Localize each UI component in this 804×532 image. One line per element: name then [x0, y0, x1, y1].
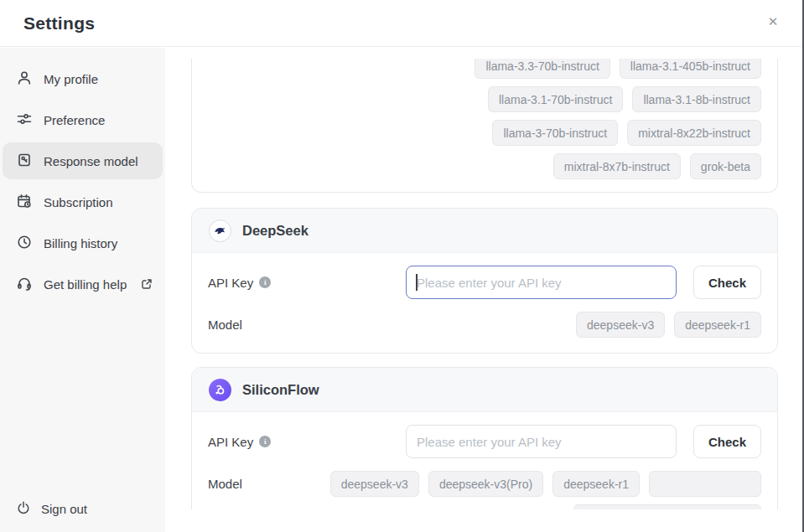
clock-icon: [16, 234, 33, 253]
provider-card-deepseek: DeepSeek API Key i Check: [191, 208, 778, 354]
model-chip[interactable]: deepseek-r1: [552, 471, 640, 497]
sign-out-button[interactable]: Sign out: [16, 497, 87, 520]
api-key-label: API Key: [208, 435, 253, 449]
provider-header: SiliconFlow: [192, 368, 777, 412]
provider-card-partial: llama-3.3-70b-instruct llama-3.1-405b-in…: [191, 59, 778, 193]
deepseek-logo-icon: [209, 220, 231, 242]
check-button[interactable]: Check: [693, 425, 761, 458]
api-key-input[interactable]: [406, 266, 677, 299]
sidebar-item-get-billing-help[interactable]: Get billing help: [3, 266, 163, 302]
provider-title: SiliconFlow: [242, 382, 319, 398]
sidebar-item-label: Subscription: [44, 195, 113, 209]
api-key-input-wrap: [406, 266, 677, 299]
model-label: Model: [208, 471, 242, 497]
provider-title: DeepSeek: [242, 223, 309, 239]
model-chip-partial[interactable]: [649, 471, 761, 497]
model-chip[interactable]: deepseek-v3: [576, 312, 665, 338]
model-chip[interactable]: deepseek-v3: [330, 471, 419, 497]
model-chip[interactable]: llama-3-70b-instruct: [492, 120, 618, 146]
model-chip[interactable]: deepseek-v3(Pro): [428, 471, 543, 497]
sidebar-item-preference[interactable]: Preference: [3, 101, 163, 138]
sidebar-item-label: Billing history: [44, 236, 117, 251]
model-chip[interactable]: llama-3.3-70b-instruct: [475, 59, 609, 79]
info-icon[interactable]: i: [259, 276, 271, 288]
sidebar-item-response-model[interactable]: Response model: [3, 142, 163, 179]
sidebar-item-label: Preference: [44, 113, 105, 127]
model-chip[interactable]: mixtral-8x7b-instruct: [553, 153, 681, 179]
settings-dialog: Settings ✕ My profile Prefere: [0, 0, 804, 532]
scroll-viewport[interactable]: llama-3.3-70b-instruct llama-3.1-405b-in…: [191, 59, 778, 509]
sign-out-label: Sign out: [41, 502, 87, 516]
sidebar-item-label: My profile: [44, 72, 98, 86]
sidebar-item-label: Get billing help: [44, 277, 127, 292]
page-title: Settings: [23, 0, 95, 46]
sidebar-item-my-profile[interactable]: My profile: [3, 60, 163, 97]
user-icon: [16, 70, 33, 89]
check-button[interactable]: Check: [693, 266, 761, 299]
api-key-input[interactable]: [406, 425, 677, 458]
text-caret: [416, 274, 418, 291]
siliconflow-logo-icon: [209, 379, 231, 401]
model-chip[interactable]: llama-3.1-8b-instruct: [632, 86, 761, 112]
headset-icon: [16, 275, 33, 294]
api-key-label: API Key: [208, 276, 253, 290]
dialog-header: Settings ✕: [0, 0, 804, 47]
model-chip[interactable]: mixtral-8x22b-instruct: [627, 120, 761, 146]
provider-header: DeepSeek: [192, 209, 777, 253]
sidebar-item-billing-history[interactable]: Billing history: [3, 225, 163, 261]
external-link-icon: [141, 278, 153, 290]
close-icon[interactable]: ✕: [764, 13, 782, 31]
provider-card-siliconflow: SiliconFlow API Key i Check Mo: [191, 367, 778, 509]
info-icon[interactable]: i: [259, 436, 271, 447]
model-key-icon: [16, 152, 33, 171]
calendar-clock-icon: [16, 193, 33, 212]
model-chip[interactable]: llama-3.1-70b-instruct: [488, 86, 623, 112]
sliders-icon: [16, 111, 33, 130]
api-key-input-wrap: [406, 425, 677, 458]
model-label: Model: [208, 312, 242, 338]
model-chip[interactable]: deepseek-r1: [674, 312, 761, 338]
sidebar: My profile Preference Respo: [0, 48, 165, 532]
model-chip-partial[interactable]: [573, 504, 761, 509]
model-chip[interactable]: llama-3.1-405b-instruct: [620, 59, 761, 79]
main-content: llama-3.3-70b-instruct llama-3.1-405b-in…: [165, 48, 804, 532]
model-chip[interactable]: grok-beta: [690, 153, 761, 179]
sidebar-item-label: Response model: [44, 154, 138, 168]
sidebar-item-subscription[interactable]: Subscription: [3, 183, 163, 220]
power-icon: [16, 500, 31, 518]
